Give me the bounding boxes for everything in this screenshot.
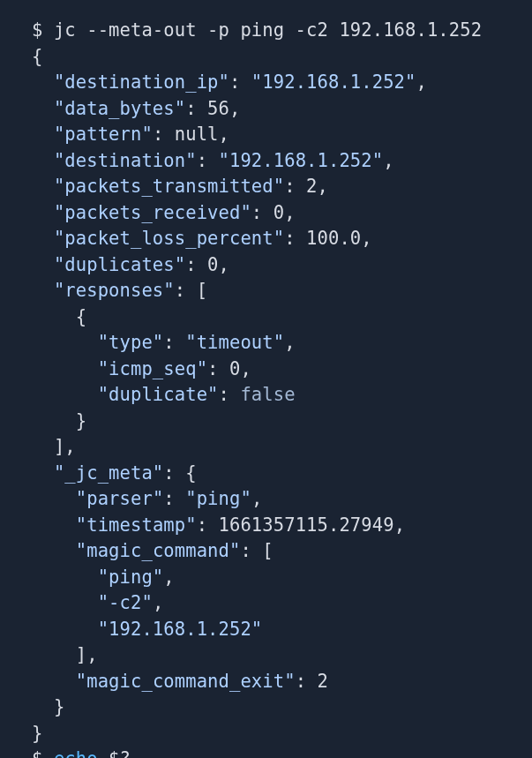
next-command-line: $ echo $? [32, 748, 131, 758]
command-line: $ jc --meta-out -p ping -c2 192.168.1.25… [32, 19, 482, 41]
terminal-output: $ jc --meta-out -p ping -c2 192.168.1.25… [32, 18, 532, 758]
